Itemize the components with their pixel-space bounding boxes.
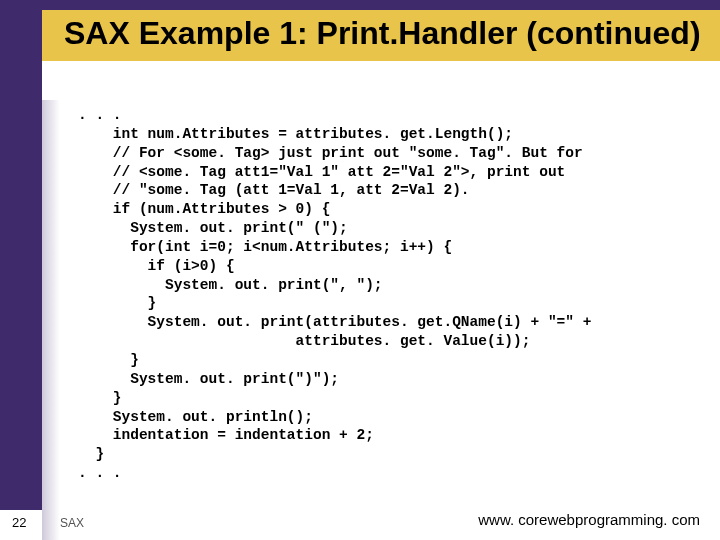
title-area: SAX Example 1: Print.Handler (continued) xyxy=(0,10,720,61)
slide: SAX Example 1: Print.Handler (continued)… xyxy=(0,0,720,540)
top-bar xyxy=(0,0,720,10)
footer-url: www. corewebprogramming. com xyxy=(478,511,700,528)
slide-number: 22 xyxy=(12,515,26,530)
side-bar xyxy=(0,10,42,540)
code-block: . . . int num.Attributes = attributes. g… xyxy=(78,106,700,483)
footer-left: SAX xyxy=(60,516,84,530)
slide-title: SAX Example 1: Print.Handler (continued) xyxy=(64,16,720,51)
side-fade xyxy=(42,100,60,540)
